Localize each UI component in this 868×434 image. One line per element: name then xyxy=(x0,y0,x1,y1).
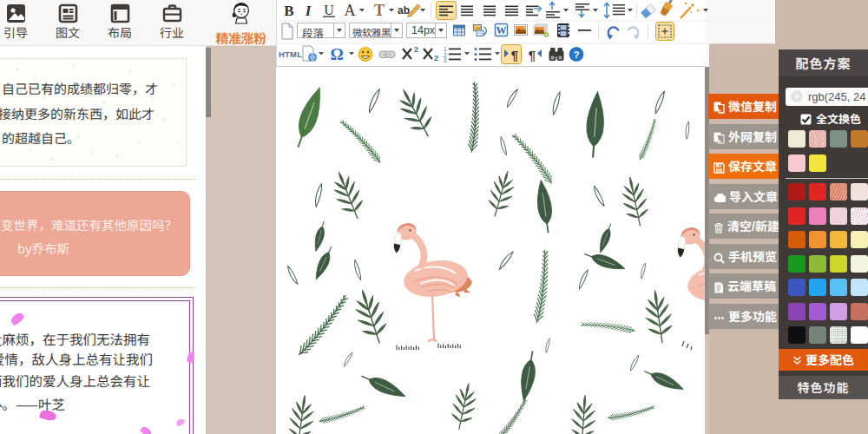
svg-text:ab: ab xyxy=(398,4,410,16)
svg-text:¶: ¶ xyxy=(511,48,518,62)
svg-text:U: U xyxy=(324,3,334,17)
svg-text:2: 2 xyxy=(434,54,438,62)
svg-text:HTML: HTML xyxy=(279,49,302,59)
svg-text:W: W xyxy=(496,24,507,36)
svg-text:3: 3 xyxy=(444,57,447,63)
svg-text:A: A xyxy=(345,2,356,19)
svg-text:I: I xyxy=(305,3,312,19)
svg-text:T: T xyxy=(374,2,385,19)
svg-text:¶: ¶ xyxy=(529,48,536,62)
svg-text:2: 2 xyxy=(414,45,418,54)
svg-text:?: ? xyxy=(574,49,580,60)
svg-text:B: B xyxy=(284,3,293,19)
svg-text:Ω: Ω xyxy=(330,45,343,63)
